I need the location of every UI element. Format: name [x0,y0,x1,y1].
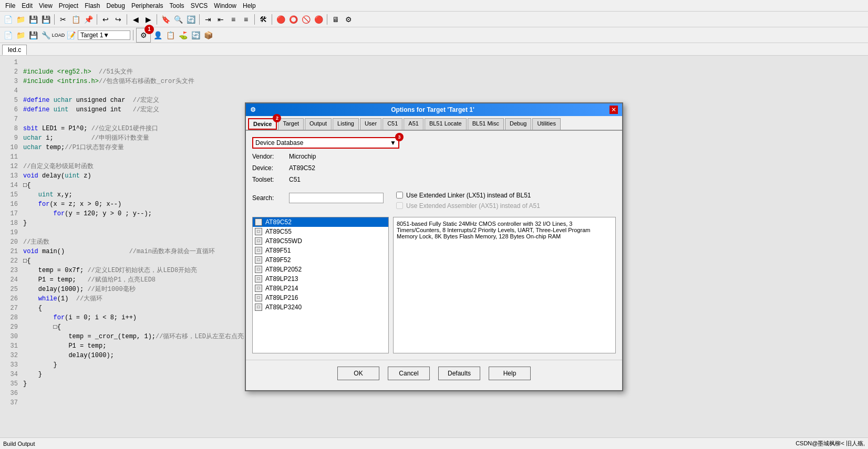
defaults-button[interactable]: Defaults [438,367,480,380]
dialog-tab-bl51misc[interactable]: BL51 Misc [468,118,504,130]
toolset-value: C51 [289,176,301,183]
tb2-btn3[interactable]: 💾 [27,29,39,41]
modal-overlay: ⚙ Options for Target 'Target 1' ✕ Device… [0,56,868,437]
sep5 [199,14,200,25]
paste-btn[interactable]: 📌 [82,14,94,25]
copy-btn[interactable]: 📋 [70,14,81,25]
device-list-item-at89lp216[interactable]: □ AT89LP216 [253,293,388,302]
menu-svcs[interactable]: SVCS [188,1,211,11]
load-btn[interactable]: LOAD [53,29,64,41]
device-list-item-at89c55wd[interactable]: □ AT89C55WD [253,236,388,246]
device-icon: □ [255,218,262,226]
device-icon: □ [255,275,262,283]
nav-fwd-btn[interactable]: ▶ [142,14,154,25]
menu-file[interactable]: File [2,1,18,11]
outdent-btn[interactable]: ⇤ [215,14,226,25]
device-list-item-at89c52[interactable]: □ AT89C52 [253,217,388,227]
cancel-button[interactable]: Cancel [388,367,430,380]
device-value: AT89C52 [289,164,315,172]
device-list-item-at89lp3240[interactable]: □ AT89LP3240 [253,302,388,312]
dialog-tab-a51[interactable]: A51 [404,118,423,130]
ok-button[interactable]: OK [337,367,379,380]
menu-window[interactable]: Window [211,1,240,11]
save-btn[interactable]: 💾 [27,14,39,25]
device-list-item-at89c55[interactable]: □ AT89C55 [253,227,388,236]
menu-debug[interactable]: Debug [104,1,128,11]
menu-edit[interactable]: Edit [18,1,36,11]
sep8 [327,14,327,25]
menu-help[interactable]: Help [240,1,259,11]
tb2-btn10[interactable]: 📦 [202,29,214,41]
device-db-row: Device Database ▼ 3 [252,137,616,149]
target-select[interactable]: Target 1 ▼ [78,30,130,40]
dialog-tab-target[interactable]: Target [278,118,304,130]
dialog-tab-c51[interactable]: C51 [383,118,402,130]
bookmark-btn[interactable]: 🔖 [160,14,171,25]
find-btn[interactable]: 🔍 [172,14,184,25]
undo-btn[interactable]: ↩ [100,14,111,25]
sep7 [272,14,272,25]
search-input[interactable] [289,193,384,203]
settings-btn[interactable]: ⚙ [343,14,354,25]
tb2-btn8[interactable]: ⛳ [177,29,189,41]
save-all-btn[interactable]: 💾 [40,14,51,25]
device-list-container[interactable]: □ AT89C52 □ AT89C55 □ AT89C55WD [252,217,389,353]
dialog-content: Device Database ▼ 3 Vendor: Microchip De… [246,131,622,360]
device-icon: □ [255,247,262,254]
editor-area[interactable]: 1 2#include <reg52.h> //51头文件 3#include … [0,56,868,437]
dialog-tab-bl51locate[interactable]: BL51 Locate [425,118,467,130]
device-list-item-at89f52[interactable]: □ AT89F52 [253,255,388,265]
dialog-tab-listing[interactable]: Listing [333,118,359,130]
checkbox-lx51[interactable] [396,192,403,199]
device-list-item-at89lp213[interactable]: □ AT89LP213 [253,274,388,284]
device-name-at89f52: AT89F52 [265,256,291,264]
menu-project[interactable]: Project [56,1,81,11]
tb2-btn7[interactable]: 📋 [164,29,176,41]
device-list-item-at89f51[interactable]: □ AT89F51 [253,246,388,255]
checkbox-ax51[interactable] [396,202,403,209]
tab-led-c[interactable]: led.c [2,45,27,55]
sep2 [97,14,97,25]
tb2-btn1[interactable]: 📄 [2,29,14,41]
checkbox-ax51-label[interactable]: Use Extended Assembler (AX51) instead of… [406,202,540,210]
comment-btn[interactable]: ≡ [228,14,239,25]
device-name-at89c55wd: AT89C55WD [265,237,302,245]
menu-peripherals[interactable]: Peripherals [128,1,167,11]
menu-flash[interactable]: Flash [81,1,103,11]
vendor-value: Microchip [289,153,316,160]
debug4-btn[interactable]: 🔴 [313,14,324,25]
help-button[interactable]: Help [489,367,531,380]
badge-2: 2 [273,114,281,122]
tb2-btn9[interactable]: 🔄 [190,29,201,41]
debug3-btn[interactable]: 🚫 [300,14,312,25]
menu-view[interactable]: View [36,1,56,11]
dialog-tab-debug[interactable]: Debug [505,118,531,130]
tb2-btn5[interactable]: 📝 [65,29,77,41]
device-database-dropdown[interactable]: Device Database ▼ 3 [252,137,399,149]
debug1-btn[interactable]: 🔴 [275,14,286,25]
display-btn[interactable]: 🖥 [330,14,342,25]
dialog-tab-utilities[interactable]: Utilities [532,118,560,130]
redo-btn[interactable]: ↪ [112,14,124,25]
device-icon: □ [255,256,262,264]
cut-btn[interactable]: ✂ [57,14,69,25]
indent-btn[interactable]: ⇥ [202,14,214,25]
dialog-tab-device[interactable]: Device 2 [248,118,277,130]
checkbox-lx51-label[interactable]: Use Extended Linker (LX51) instead of BL… [406,192,531,199]
tb2-btn2[interactable]: 📁 [15,29,26,41]
build-btn[interactable]: 🛠 [257,14,269,25]
open-btn[interactable]: 📁 [15,14,26,25]
dialog-tab-user[interactable]: User [360,118,381,130]
device-list-item-at89lp214[interactable]: □ AT89LP214 [253,284,388,293]
dialog-tab-output[interactable]: Output [305,118,332,130]
device-list-item-at89lp2052[interactable]: □ AT89LP2052 [253,265,388,274]
nav-back-btn[interactable]: ◀ [130,14,141,25]
menu-tools[interactable]: Tools [167,1,188,11]
new-btn[interactable]: 📄 [2,14,14,25]
replace-btn[interactable]: 🔄 [185,14,197,25]
options-btn-container: ⚙ 1 [136,28,151,43]
dialog-close-btn[interactable]: ✕ [609,106,618,114]
tb2-btn4[interactable]: 🔧 [40,29,51,41]
uncomment-btn[interactable]: ≡ [240,14,252,25]
debug2-btn[interactable]: ⭕ [287,14,299,25]
